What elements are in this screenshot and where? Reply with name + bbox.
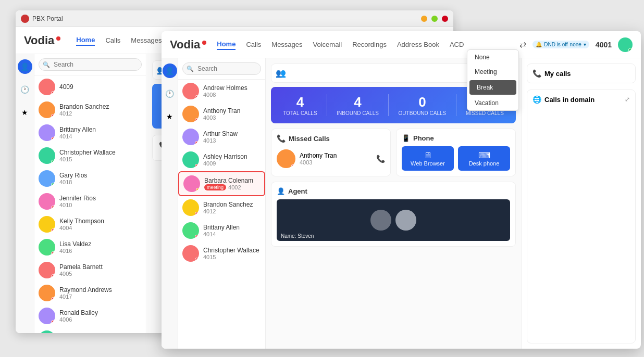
contact-name: Lisa Valdez <box>59 240 142 248</box>
contact-name: Brandon Sanchez <box>59 103 142 110</box>
list-item-selected[interactable]: Barbara Colenam meeting 4002 <box>178 171 265 196</box>
call-back-icon[interactable]: 📞 <box>376 155 385 163</box>
close-button[interactable] <box>442 16 448 22</box>
contact-name: Anthony Tran <box>203 107 261 114</box>
nav-home-2[interactable]: Home <box>217 39 236 50</box>
missed-calls-icon-2: 📞 <box>277 134 286 143</box>
agent-title: 👤 Agent <box>277 187 510 195</box>
contact-ext: 4009 <box>203 160 261 167</box>
contact-name: Gary Rios <box>59 172 142 179</box>
list-item[interactable]: Pamela Barnett 4005 <box>34 259 146 282</box>
avatar-2[interactable] <box>618 37 633 52</box>
agent-icon: 👤 <box>277 187 285 195</box>
list-item[interactable]: Brandon Sanchez 4012 <box>34 98 146 121</box>
dropdown-item-vacation[interactable]: Vacation <box>467 96 518 110</box>
sidebar-icon-favorites[interactable]: ★ <box>18 105 32 120</box>
sidebar-icon-recent-2[interactable]: 🕐 <box>163 86 177 101</box>
dropdown-item-meeting[interactable]: Meeting <box>467 65 518 79</box>
nav-messages-1[interactable]: Messages <box>131 35 162 45</box>
calls-in-domain-title: Calls in domain <box>544 96 595 104</box>
meeting-badge: meeting <box>204 184 226 190</box>
list-item[interactable]: Arthur Shaw 4013 <box>178 125 265 148</box>
phone-buttons: 🖥 Web Browser ⌨ Desk phone <box>402 146 510 171</box>
dnd-label-2: DND is off <box>544 42 567 47</box>
status-dot <box>51 114 55 118</box>
list-item[interactable]: Andrew Holmes 4008 <box>178 80 265 103</box>
status-dot <box>51 274 55 278</box>
nav-home-1[interactable]: Home <box>76 35 95 46</box>
sidebar-icon-favorites-2[interactable]: ★ <box>163 109 177 124</box>
sidebar-icon-contacts-2[interactable]: 👤 <box>163 63 177 78</box>
sidebar-1: 👤 🕐 ★ 🔍 4009 <box>16 54 146 333</box>
avatar <box>182 222 199 239</box>
search-input-1[interactable] <box>39 58 142 71</box>
avatar-status-2 <box>628 48 633 52</box>
logo-text-2: Vodia <box>170 38 200 52</box>
list-item[interactable]: Brittany Allen 4014 <box>178 219 265 242</box>
avatar <box>39 216 55 233</box>
list-item[interactable]: Gary Rios 4018 <box>34 167 146 190</box>
ext-num-2: 4001 <box>596 41 612 49</box>
transfer-icon-2[interactable]: ⇄ <box>519 40 526 49</box>
list-item[interactable]: Jennifer Rios 4010 <box>34 190 146 213</box>
web-browser-button[interactable]: 🖥 Web Browser <box>402 146 454 171</box>
missed-calls-label-2: MISSED CALLS <box>466 110 504 116</box>
search-input-2[interactable] <box>182 62 261 75</box>
missed-person-avatar <box>277 149 295 168</box>
my-calls-section: 📞 My calls <box>527 63 636 83</box>
desk-phone-label: Desk phone <box>462 160 506 167</box>
contact-name: Kelly Thompson <box>59 218 142 225</box>
maximize-button[interactable] <box>431 16 438 22</box>
list-item[interactable]: 4009 <box>34 75 146 98</box>
dnd-badge-2[interactable]: 🔔 DND is off none ▾ <box>532 41 589 48</box>
nav-messages-2[interactable]: Messages <box>271 40 302 49</box>
list-item[interactable]: Ronald Bailey 4006 <box>34 304 146 327</box>
nav-calls-1[interactable]: Calls <box>105 35 120 45</box>
contact-info: Steven Rogers 4001 <box>59 332 142 333</box>
phone-section: 📱 Phone 🖥 Web Browser ⌨ Desk phone <box>396 129 516 176</box>
nav-recordings-2[interactable]: Recordings <box>352 40 387 49</box>
contact-info: Barbara Colenam meeting 4002 <box>204 177 260 190</box>
contact-name: Ronald Bailey <box>59 309 142 316</box>
sidebar-icon-contacts[interactable]: 👤 <box>18 59 32 74</box>
sidebar-2: 👤 🕐 ★ 🔍 Andrew Holmes <box>162 58 266 349</box>
nav-acd-2[interactable]: ACD <box>450 41 464 48</box>
list-item[interactable]: Ashley Harrison 4009 <box>178 148 265 171</box>
nav-addressbook-2[interactable]: Address Book <box>397 40 439 49</box>
dropdown-item-break[interactable]: Break <box>469 80 516 95</box>
list-item[interactable]: Brandon Sanchez 4012 <box>178 196 265 219</box>
minimize-button[interactable] <box>421 16 427 22</box>
agent-name: Name: Steven <box>281 233 314 239</box>
my-calls-header: 📞 My calls <box>532 69 630 78</box>
contact-ext: 4015 <box>203 254 261 260</box>
avatar <box>39 262 55 278</box>
sidebar-icon-recent[interactable]: 🕐 <box>18 82 32 97</box>
contact-info: Ashley Harrison 4009 <box>203 153 261 167</box>
contact-info: Christopher Wallace 4015 <box>59 149 142 162</box>
contact-name: Brittany Allen <box>203 224 261 231</box>
list-item[interactable]: Steven Rogers 4001 <box>34 327 146 333</box>
nav-voicemail-2[interactable]: Voicemail <box>313 40 342 49</box>
expand-icon[interactable]: ⤢ <box>625 96 630 103</box>
outbound-calls-label-2: OUTBOUND CALLS <box>399 110 447 116</box>
list-item[interactable]: Lisa Valdez 4016 <box>34 236 146 259</box>
dropdown-item-none[interactable]: None <box>467 50 518 65</box>
list-item[interactable]: Kelly Thompson 4004 <box>34 213 146 236</box>
list-item[interactable]: Raymond Andrews 4017 <box>34 282 146 304</box>
contact-info: Andrew Holmes 4008 <box>203 84 261 98</box>
nav-calls-2[interactable]: Calls <box>246 40 261 49</box>
search-box-2: 🔍 <box>178 58 265 80</box>
contact-name: Arthur Shaw <box>203 130 261 137</box>
contact-info: Brandon Sanchez 4012 <box>59 103 142 117</box>
divider <box>456 94 456 116</box>
contact-ext: 4012 <box>59 110 142 117</box>
desk-phone-button[interactable]: ⌨ Desk phone <box>458 146 510 171</box>
contact-ext: 4015 <box>59 156 142 162</box>
list-item[interactable]: Anthony Tran 4003 <box>178 103 265 125</box>
contact-info: Brandon Sanchez 4012 <box>203 201 261 214</box>
list-item[interactable]: Christopher Wallace 4015 <box>178 242 265 265</box>
contact-name: 4009 <box>59 83 142 91</box>
list-item[interactable]: Christopher Wallace 4015 <box>34 144 146 167</box>
avatar <box>39 193 55 210</box>
list-item[interactable]: Brittany Allen 4014 <box>34 121 146 144</box>
